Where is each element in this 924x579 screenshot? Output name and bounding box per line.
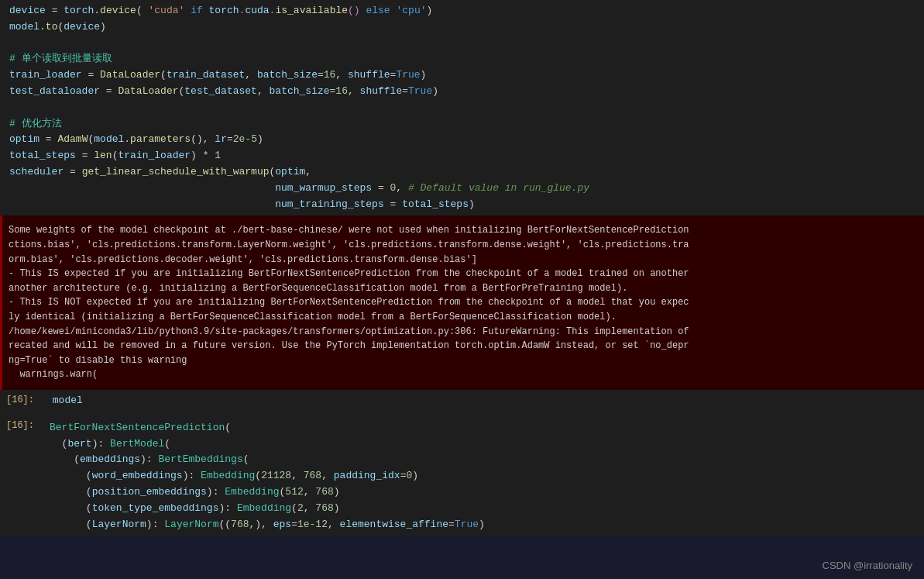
code-line: # 优化方法 bbox=[6, 116, 924, 133]
code-line: model.to(device) bbox=[6, 19, 924, 36]
code-line bbox=[6, 100, 924, 116]
code-line: test_dataloader = DataLoader(test_datase… bbox=[6, 84, 924, 100]
cell-prompt-16-output: [16]: bbox=[0, 420, 46, 533]
notebook-container: device = torch.device( 'cuda' if torch.c… bbox=[0, 0, 924, 579]
output-cell-16: [16]: BertForNextSentencePrediction( (be… bbox=[0, 417, 924, 536]
cell-prompt-16-input: [16]: bbox=[0, 395, 46, 405]
code-line bbox=[6, 36, 924, 52]
output-line-1: BertForNextSentencePrediction( bbox=[46, 420, 924, 436]
output-line-3: (embeddings): BertEmbeddings( bbox=[46, 452, 924, 468]
code-line: num_training_steps = total_steps) bbox=[6, 197, 924, 213]
watermark: CSDN @irrationality bbox=[823, 560, 913, 571]
code-line: # 单个读取到批量读取 bbox=[6, 51, 924, 67]
output-line-6: (token_type_embeddings): Embedding(2, 76… bbox=[46, 501, 924, 517]
cell-value-16-input: model bbox=[53, 395, 922, 406]
code-line: optim = AdamW(model.parameters(), lr=2e-… bbox=[6, 132, 924, 148]
output-line-7: (LayerNorm): LayerNorm((768,), eps=1e-12… bbox=[46, 517, 924, 533]
code-cell-1: device = torch.device( 'cuda' if torch.c… bbox=[0, 0, 924, 215]
code-line: scheduler = get_linear_schedule_with_war… bbox=[6, 164, 924, 181]
output-line-4: (word_embeddings): Embedding(21128, 768,… bbox=[46, 468, 924, 484]
code-line: device = torch.device( 'cuda' if torch.c… bbox=[6, 3, 924, 19]
output-line-2: (bert): BertModel( bbox=[46, 436, 924, 453]
warning-text-1: Some weights of the model checkpoint at … bbox=[2, 222, 924, 384]
output-line-5: (position_embeddings): Embedding(512, 76… bbox=[46, 484, 924, 501]
code-line: total_steps = len(train_loader) * 1 bbox=[6, 148, 924, 164]
code-line: num_warmup_steps = 0, # Default value in… bbox=[6, 181, 924, 197]
warning-output-cell: Some weights of the model checkpoint at … bbox=[0, 215, 924, 390]
code-line: train_loader = DataLoader(train_dataset,… bbox=[6, 67, 924, 84]
input-cell-16: [16]: model bbox=[0, 390, 924, 411]
